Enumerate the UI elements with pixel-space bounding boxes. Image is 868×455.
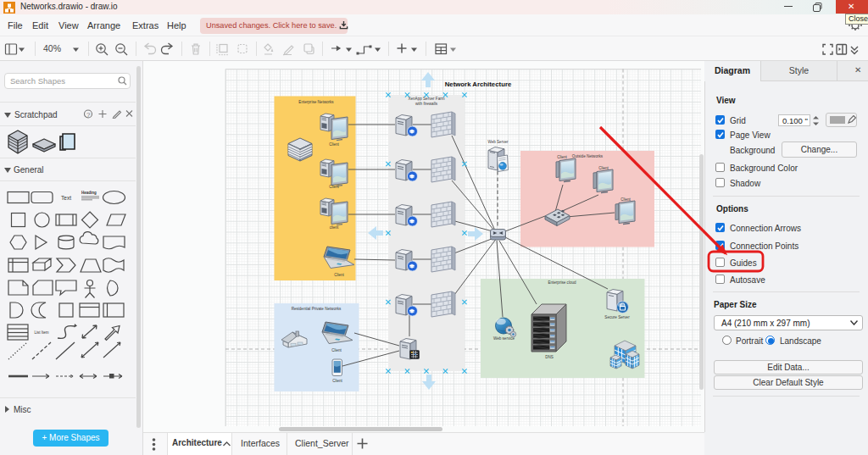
svg-text:?: ? — [86, 111, 91, 119]
svg-text:XenApp Server Farm: XenApp Server Farm — [408, 97, 444, 101]
svg-text:Client: Client — [329, 142, 339, 147]
svg-text:with firewalls: with firewalls — [415, 102, 438, 106]
svg-text:List Item: List Item — [34, 330, 48, 335]
svg-text:Secure Server: Secure Server — [604, 315, 630, 319]
svg-text:client: client — [330, 225, 339, 230]
svg-text:Web Server: Web Server — [487, 140, 509, 144]
svg-text:DNS: DNS — [545, 355, 554, 359]
svg-text:Web service: Web service — [493, 336, 515, 341]
svg-text:Client: Client — [334, 273, 344, 277]
svg-text:Heading: Heading — [81, 191, 97, 195]
svg-text:Enterprise cloud: Enterprise cloud — [548, 280, 576, 285]
svg-text:Network Architecture: Network Architecture — [445, 80, 512, 88]
svg-text:Client: Client — [332, 379, 342, 383]
svg-text:Client: Client — [331, 348, 342, 352]
svg-text:Client: Client — [329, 185, 339, 189]
svg-text:Enterprise Networks: Enterprise Networks — [298, 100, 334, 104]
svg-text:Text: Text — [61, 195, 71, 201]
svg-text:Residential Private Networks: Residential Private Networks — [292, 307, 342, 311]
